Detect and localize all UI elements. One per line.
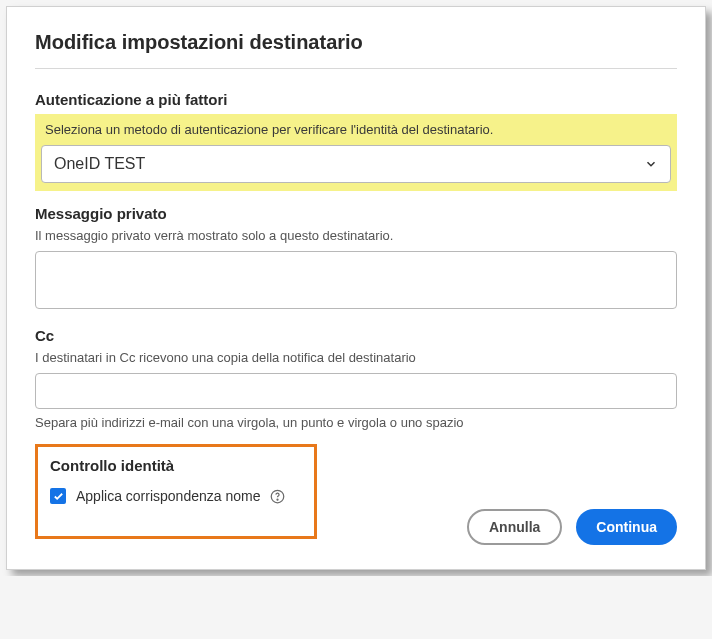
identity-heading: Controllo identità xyxy=(50,457,302,474)
private-message-helper: Il messaggio privato verrà mostrato solo… xyxy=(35,228,677,243)
auth-highlight: Seleziona un metodo di autenticazione pe… xyxy=(35,114,677,191)
name-match-checkbox[interactable] xyxy=(50,488,66,504)
recipient-settings-dialog: Modifica impostazioni destinatario Auten… xyxy=(6,6,706,570)
dialog-title: Modifica impostazioni destinatario xyxy=(35,31,677,54)
help-icon[interactable] xyxy=(270,489,285,504)
private-message-section: Messaggio privato Il messaggio privato v… xyxy=(35,205,677,313)
svg-point-1 xyxy=(277,499,278,500)
cancel-button[interactable]: Annulla xyxy=(467,509,562,545)
cc-heading: Cc xyxy=(35,327,677,344)
auth-helper: Seleziona un metodo di autenticazione pe… xyxy=(45,122,669,137)
dialog-footer: Annulla Continua xyxy=(35,509,677,545)
check-icon xyxy=(53,491,64,502)
auth-heading: Autenticazione a più fattori xyxy=(35,91,677,108)
cc-helper: I destinatari in Cc ricevono una copia d… xyxy=(35,350,677,365)
auth-method-select[interactable]: OneID TEST xyxy=(41,145,671,183)
name-match-row: Applica corrispondenza nome xyxy=(50,488,302,504)
cc-section: Cc I destinatari in Cc ricevono una copi… xyxy=(35,327,677,430)
private-message-input[interactable] xyxy=(35,251,677,309)
private-message-heading: Messaggio privato xyxy=(35,205,677,222)
continue-button[interactable]: Continua xyxy=(576,509,677,545)
cc-input[interactable] xyxy=(35,373,677,409)
auth-method-value: OneID TEST xyxy=(54,155,644,173)
chevron-down-icon xyxy=(644,157,658,171)
name-match-label: Applica corrispondenza nome xyxy=(76,488,260,504)
cc-separator-note: Separa più indirizzi e-mail con una virg… xyxy=(35,415,677,430)
auth-section: Autenticazione a più fattori Seleziona u… xyxy=(35,91,677,191)
divider xyxy=(35,68,677,69)
